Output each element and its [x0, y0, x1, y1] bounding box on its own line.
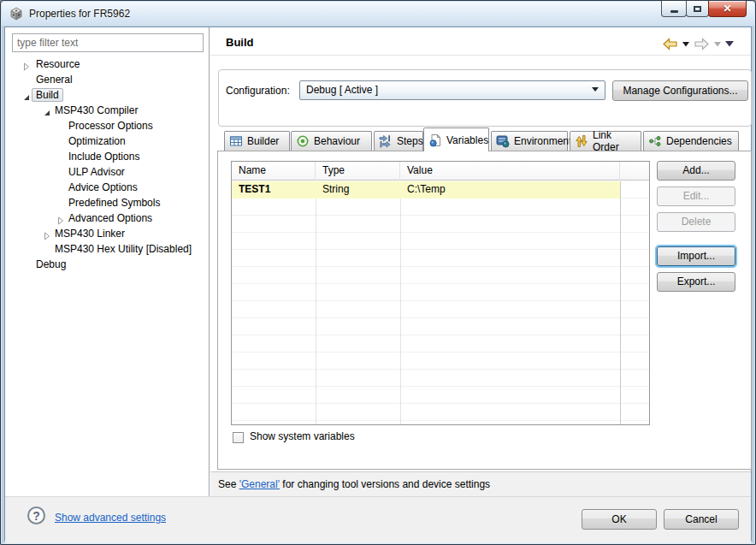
collapse-arrow-icon[interactable] — [22, 60, 31, 68]
chevron-down-icon — [592, 87, 599, 92]
page-title: Build — [226, 36, 254, 49]
add-button[interactable]: Add... — [657, 161, 735, 181]
tab-dependencies[interactable]: Dependencies — [643, 131, 739, 151]
steps-icon — [379, 134, 393, 148]
footer-bar: ? Show advanced settings OK Cancel — [5, 496, 751, 543]
cell-name: TEST1 — [232, 181, 316, 198]
cancel-button[interactable]: Cancel — [664, 509, 739, 530]
sidebar-item-msp430-compiler[interactable]: MSP430 Compiler — [5, 103, 210, 118]
note-strip: See 'General' for changing tool versions… — [210, 471, 751, 496]
behaviour-icon — [296, 134, 310, 148]
sidebar-item-processor-options[interactable]: Processor Options — [5, 118, 210, 133]
tab-environment[interactable]: Environment — [491, 131, 568, 151]
cell-type: String — [316, 181, 400, 198]
forward-arrow-icon — [694, 38, 710, 50]
sidebar-item-msp430-linker[interactable]: MSP430 Linker — [5, 226, 210, 241]
builder-icon — [229, 134, 243, 148]
note-suffix: for changing tool versions and device se… — [280, 478, 490, 490]
maximize-icon — [694, 6, 701, 12]
expand-arrow-icon[interactable] — [43, 106, 51, 115]
tab-variables[interactable]: Variables — [423, 127, 489, 151]
delete-button: Delete — [657, 212, 735, 232]
collapse-arrow-icon[interactable] — [56, 214, 65, 222]
table-body — [232, 181, 649, 424]
column-header-name[interactable]: Name — [232, 162, 316, 181]
history-nav — [662, 38, 734, 50]
tab-steps[interactable]: Steps — [374, 131, 423, 151]
edit-button: Edit... — [657, 187, 735, 206]
column-header-extra — [620, 162, 649, 181]
configuration-label: Configuration: — [226, 85, 290, 97]
table-header: Name Type Value — [232, 162, 649, 181]
close-button[interactable]: ✕ — [708, 1, 747, 17]
show-system-variables-label: Show system variables — [250, 430, 355, 442]
sidebar-item-msp430-hex-utility[interactable]: MSP430 Hex Utility [Disabled] — [5, 241, 210, 257]
sidebar-item-ulp-advisor[interactable]: ULP Advisor — [5, 164, 210, 180]
view-menu-icon[interactable] — [725, 41, 734, 47]
export-button[interactable]: Export... — [657, 272, 735, 292]
manage-configurations-button[interactable]: Manage Configurations... — [612, 80, 748, 101]
sidebar-item-include-options[interactable]: Include Options — [5, 149, 210, 164]
show-system-variables-checkbox[interactable] — [233, 432, 244, 443]
ok-button[interactable]: OK — [582, 509, 657, 530]
tab-behaviour[interactable]: Behaviour — [291, 131, 372, 151]
column-header-value[interactable]: Value — [400, 162, 620, 181]
variables-icon — [428, 133, 442, 147]
titlebar: Properties for FR5962 — [2, 2, 754, 26]
app-cube-icon — [9, 7, 23, 21]
maximize-button[interactable] — [686, 1, 709, 17]
forward-history-dropdown-icon — [714, 42, 721, 47]
back-history-dropdown-icon[interactable] — [682, 42, 689, 47]
dialog-content: Resource General Build MSP430 Compiler P… — [4, 27, 752, 541]
general-link[interactable]: 'General' — [239, 478, 280, 490]
minimize-button[interactable] — [661, 1, 687, 17]
sidebar-item-optimization[interactable]: Optimization — [5, 133, 210, 149]
configuration-select[interactable]: Debug [ Active ] — [299, 80, 605, 100]
expand-arrow-icon[interactable] — [22, 91, 31, 99]
table-row[interactable]: TEST1 String C:\Temp — [232, 181, 649, 198]
dependencies-icon — [648, 134, 662, 148]
tab-link-order[interactable]: Link Order — [570, 131, 641, 151]
filter-input[interactable] — [12, 33, 204, 52]
help-icon[interactable]: ? — [27, 506, 45, 524]
sidebar-item-advice-options[interactable]: Advice Options — [5, 180, 210, 195]
sidebar-item-debug[interactable]: Debug — [5, 257, 210, 272]
sidebar-item-general[interactable]: General — [5, 72, 210, 87]
show-advanced-settings-link[interactable]: Show advanced settings — [55, 512, 166, 524]
properties-dialog: Properties for FR5962 ✕ Resource General… — [0, 0, 756, 545]
environment-icon — [496, 134, 510, 148]
back-arrow-icon[interactable] — [662, 38, 678, 50]
column-header-type[interactable]: Type — [316, 162, 400, 181]
sidebar-item-predefined-symbols[interactable]: Predefined Symbols — [5, 195, 210, 210]
window-title: Properties for FR5962 — [29, 8, 130, 20]
window-controls: ✕ — [662, 1, 747, 17]
selected-tree-item: Build — [32, 88, 63, 102]
collapse-arrow-icon[interactable] — [43, 229, 51, 238]
sidebar-item-resource[interactable]: Resource — [5, 56, 210, 72]
close-icon: ✕ — [723, 3, 731, 15]
note-prefix: See — [218, 478, 239, 490]
variables-table: Name Type Value TEST1 String C:\Temp — [231, 161, 650, 425]
tab-builder[interactable]: Builder — [224, 131, 290, 151]
header-divider — [210, 55, 751, 56]
sidebar-item-build[interactable]: Build — [5, 87, 210, 103]
link-order-icon — [575, 134, 588, 148]
sidebar-item-advanced-options[interactable]: Advanced Options — [5, 210, 210, 226]
minimize-icon — [670, 10, 678, 13]
import-button[interactable]: Import... — [657, 246, 735, 266]
cell-value: C:\Temp — [400, 181, 620, 198]
